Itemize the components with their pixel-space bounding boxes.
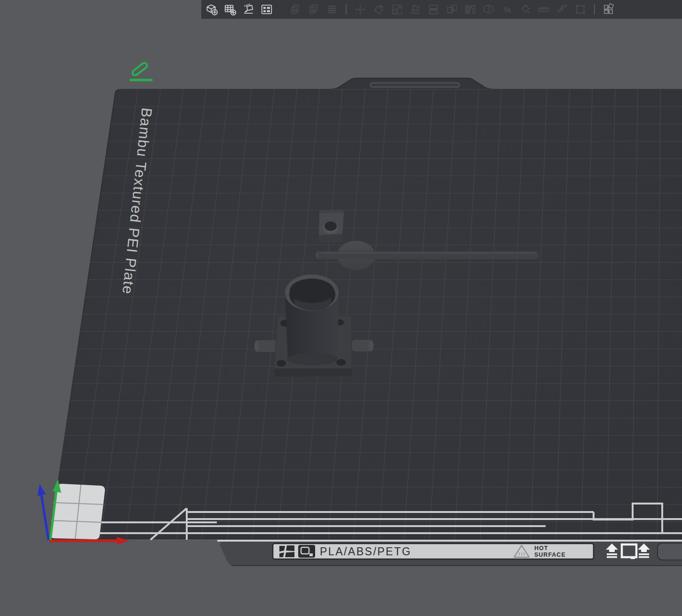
hot-surface-label-line2: SURFACE (534, 552, 566, 558)
rim-corner-tab (658, 543, 682, 560)
plate-label-bar[interactable]: PLA/ABS/PETG HOT SURFACE (273, 544, 594, 559)
plate-material-label: PLA/ABS/PETG (320, 545, 412, 558)
3d-scene: Bambu Textured PEI Plate (0, 0, 682, 616)
model-notched-block[interactable] (319, 210, 344, 243)
plate-handle-slot (370, 83, 460, 87)
hot-surface-label-line1: HOT (534, 545, 548, 552)
z-axis-arrow (38, 484, 46, 496)
slicer-viewport: AUTO O (0, 0, 682, 616)
edit-plate-name-icon[interactable] (131, 62, 151, 80)
plate-type-icon (298, 545, 315, 558)
build-plate[interactable]: Bambu Textured PEI Plate (49, 78, 682, 539)
